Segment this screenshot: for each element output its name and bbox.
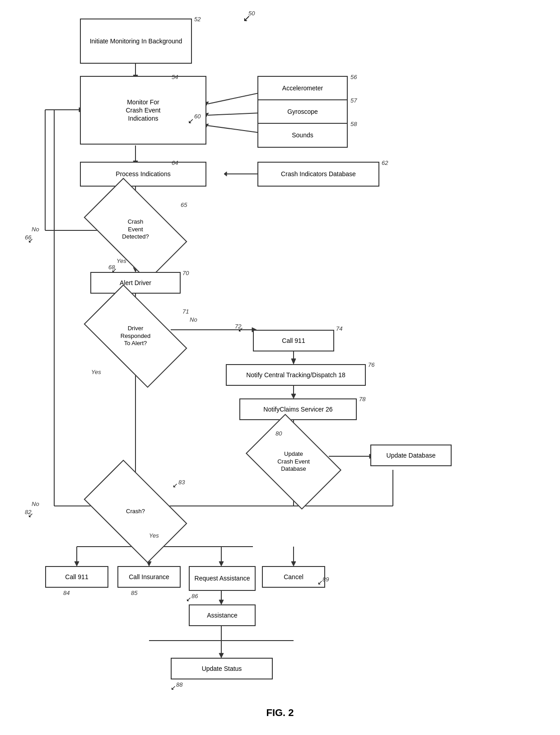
ref-76: 76 [368, 361, 374, 368]
svg-marker-25 [291, 359, 296, 364]
svg-marker-43 [75, 562, 79, 566]
initiate-monitoring-box: Initiate Monitoring In Background [80, 19, 192, 64]
svg-marker-51 [219, 600, 224, 604]
ref-57: 57 [350, 97, 357, 104]
ref-71: 71 [182, 308, 189, 315]
ref-80: 80 [275, 430, 282, 437]
svg-marker-55 [219, 653, 224, 658]
ref-84: 84 [63, 590, 70, 596]
ref-86: 86 [191, 593, 198, 599]
update-database-box: Update Database [370, 445, 452, 466]
ref-64: 64 [172, 159, 178, 166]
no-82-label: No [32, 501, 39, 507]
request-assistance-box: Request Assistance [189, 566, 256, 591]
update-crash-db-diamond: UpdateCrash EventDatabase [254, 434, 333, 490]
cancel-box: Cancel [262, 566, 325, 588]
diagram-container: 50 ↙ Initiate Monitoring In Background 5… [0, 0, 560, 735]
ref-89: 89 [322, 576, 329, 583]
ref-60: 60 [194, 113, 201, 120]
svg-marker-49 [291, 562, 296, 566]
svg-marker-27 [291, 394, 296, 398]
crash-indicators-db-box: Crash Indicators Database [257, 162, 379, 187]
monitor-crash-box: Monitor ForCrash EventIndications [80, 76, 206, 145]
yes-68-label: Yes [117, 257, 126, 264]
ref-83: 83 [178, 479, 185, 486]
process-indications-box: Process Indications [80, 162, 206, 187]
call-insurance-box: Call Insurance [117, 566, 181, 588]
crash-event-detected-diamond: CrashEventDetected? [90, 201, 181, 257]
crash-diamond: Crash? [90, 483, 181, 539]
ref-54: 54 [172, 74, 178, 80]
assistance-box: Assistance [189, 604, 256, 626]
ref-88: 88 [176, 681, 182, 688]
no-72-label: No [190, 316, 197, 323]
ref-85: 85 [131, 590, 137, 596]
fig-label: FIG. 2 [199, 707, 361, 719]
notify-central-box: Notify Central Tracking/Dispatch 18 [226, 364, 366, 386]
sounds-box: Sounds [257, 123, 348, 148]
alert-driver-box: Alert Driver [90, 272, 181, 294]
ref-58: 58 [350, 121, 357, 127]
ref-70: 70 [182, 270, 189, 276]
svg-marker-13 [224, 172, 227, 176]
no-66-label: No [32, 226, 39, 233]
call-911-84-box: Call 911 [45, 566, 108, 588]
update-status-box: Update Status [171, 658, 273, 679]
ref-74: 74 [336, 325, 342, 332]
ref-52: 52 [194, 16, 201, 23]
accelerometer-box: Accelerometer [257, 76, 348, 101]
ref-65: 65 [181, 201, 187, 208]
arrow-50: ↙ [243, 13, 251, 23]
notify-claims-box: NotifyClaims Servicer 26 [239, 398, 357, 420]
driver-responded-diamond: DriverRespondedTo Alert? [90, 308, 181, 364]
ref-78: 78 [359, 396, 365, 403]
call-911-74-box: Call 911 [253, 330, 334, 351]
yes-driver-label: Yes [91, 369, 101, 375]
ref-56: 56 [350, 74, 357, 80]
gyroscope-box: Gyroscope [257, 99, 348, 124]
yes-crash-label: Yes [149, 532, 159, 539]
svg-marker-47 [219, 562, 224, 566]
ref-62: 62 [382, 159, 388, 166]
